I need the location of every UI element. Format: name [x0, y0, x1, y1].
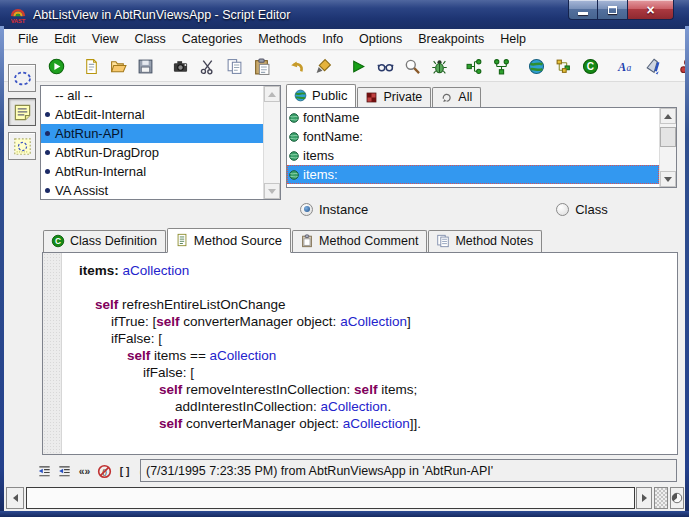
undo-icon: [288, 58, 305, 75]
radio-class[interactable]: Class: [556, 202, 608, 217]
menu-options[interactable]: Options: [351, 30, 410, 48]
method-item[interactable]: items: [287, 146, 659, 165]
scrollbar-track[interactable]: [660, 147, 676, 171]
do-it-button[interactable]: [348, 55, 368, 77]
category-item[interactable]: AbtEdit-Internal: [41, 105, 263, 124]
tab-method-comment[interactable]: Method Comment: [292, 230, 427, 252]
menu-breakpoints[interactable]: Breakpoints: [410, 30, 492, 48]
copy-button[interactable]: [224, 55, 244, 77]
category-item[interactable]: AbtRun-API: [41, 124, 263, 143]
edit-pen-button[interactable]: [313, 55, 333, 77]
busy-clock-button[interactable]: [670, 487, 684, 509]
category-item[interactable]: VA Assist: [41, 181, 263, 200]
class-browser-button[interactable]: C: [580, 55, 600, 77]
menu-view[interactable]: View: [84, 30, 127, 48]
tab-public[interactable]: Public: [286, 84, 356, 107]
method-source-editor[interactable]: items: aCollectionself refreshEntireList…: [63, 253, 677, 454]
search-button[interactable]: [402, 55, 422, 77]
open-button[interactable]: [108, 55, 128, 77]
save-button[interactable]: [135, 55, 155, 77]
execute-button[interactable]: [46, 55, 66, 77]
scrollbar-thumb[interactable]: [660, 127, 676, 147]
menu-info[interactable]: Info: [314, 30, 351, 48]
scrollbar-down-button[interactable]: [264, 183, 280, 199]
indent-lines-button[interactable]: [56, 462, 73, 480]
radio-label: Instance: [319, 202, 368, 217]
method-public-icon: [289, 113, 299, 123]
paste-button[interactable]: [251, 55, 271, 77]
scrollbar-up-button[interactable]: [264, 86, 280, 102]
new-script-button[interactable]: [81, 55, 101, 77]
methods-tree-button[interactable]: [464, 55, 484, 77]
close-button[interactable]: ×: [627, 0, 674, 20]
indent-lines-icon: [57, 464, 72, 479]
menu-help[interactable]: Help: [492, 30, 534, 48]
square-brackets-icon: [ ]: [117, 464, 132, 479]
scrollbar-down-button[interactable]: [660, 171, 676, 187]
guillemet-quotes-button[interactable]: «»: [76, 462, 93, 480]
screenshot-button[interactable]: [170, 55, 190, 77]
code-line: self removeInterestInCollection: self it…: [63, 381, 677, 398]
categories-list[interactable]: -- all --AbtEdit-InternalAbtRun-APIAbtRu…: [40, 85, 281, 200]
tab-all[interactable]: All: [432, 87, 481, 107]
cut-icon: [199, 58, 216, 75]
web-globe-button[interactable]: [526, 55, 546, 77]
square-brackets-button[interactable]: [ ]: [116, 462, 133, 480]
cut-button[interactable]: [197, 55, 217, 77]
script-editor-window: VAST AbtListView in AbtRunViewsApp - Scr…: [0, 0, 689, 517]
category-item[interactable]: AbtRun-DragDrop: [41, 143, 263, 162]
search-icon: [404, 58, 421, 75]
scroll-left-button[interactable]: [6, 487, 24, 509]
dither-toggle-button[interactable]: [654, 487, 668, 509]
maximize-button[interactable]: [598, 0, 627, 20]
web-globe-icon: [528, 58, 545, 75]
category-label: -- all --: [55, 88, 93, 103]
outdent-lines-icon: [37, 464, 52, 479]
outdent-lines-button[interactable]: [36, 462, 53, 480]
radio-instance[interactable]: Instance: [300, 202, 368, 217]
methods-list[interactable]: fontNamefontName:itemsitems:: [286, 107, 677, 188]
copy-icon: [226, 58, 243, 75]
composition-editor-button[interactable]: [8, 64, 36, 92]
scrollbar-up-button[interactable]: [660, 108, 676, 124]
minimize-button[interactable]: [568, 0, 598, 20]
method-item[interactable]: items:: [287, 165, 659, 184]
undo-button[interactable]: [286, 55, 306, 77]
scope-radio-group: InstanceClass: [300, 196, 670, 222]
do-it-icon: [350, 58, 367, 75]
browse-button[interactable]: [375, 55, 395, 77]
menu-methods[interactable]: Methods: [250, 30, 314, 48]
method-item[interactable]: fontName: [287, 108, 659, 127]
menu-class[interactable]: Class: [127, 30, 174, 48]
remove-parens-button[interactable]: (): [96, 462, 113, 480]
category-item[interactable]: -- all --: [41, 86, 263, 105]
fill-color-icon: [644, 58, 661, 75]
method-item[interactable]: fontName:: [287, 127, 659, 146]
scrollbar-track[interactable]: [264, 102, 280, 183]
menu-file[interactable]: File: [10, 30, 46, 48]
screenshot-icon: [172, 58, 189, 75]
vertical-scrollbar[interactable]: [263, 86, 280, 199]
parts-tree-icon: [555, 58, 572, 75]
parts-catalog-button[interactable]: [8, 132, 36, 160]
parts-tree-button[interactable]: [553, 55, 573, 77]
tab-private[interactable]: Private: [357, 87, 431, 107]
radio-button-icon: [300, 203, 313, 216]
tab-class-definition[interactable]: CClass Definition: [43, 230, 166, 252]
fill-color-button[interactable]: [642, 55, 662, 77]
titlebar[interactable]: VAST AbtListView in AbtRunViewsApp - Scr…: [0, 0, 689, 29]
script-editor-button[interactable]: [8, 98, 36, 126]
class-definition-icon: C: [51, 234, 65, 248]
font-button[interactable]: Aa: [615, 55, 635, 77]
category-item[interactable]: AbtRun-Internal: [41, 162, 263, 181]
bottom-text-field[interactable]: [26, 487, 635, 509]
tab-method-notes[interactable]: Method Notes: [428, 230, 542, 252]
tab-method-source[interactable]: Method Source: [167, 228, 291, 253]
menu-edit[interactable]: Edit: [46, 30, 84, 48]
debug-button[interactable]: [429, 55, 449, 77]
scroll-right-button[interactable]: [636, 487, 652, 509]
vertical-scrollbar[interactable]: [659, 108, 676, 187]
menu-categories[interactable]: Categories: [174, 30, 250, 48]
all-tab-icon: [440, 91, 453, 104]
hierarchy-tree-button[interactable]: [491, 55, 511, 77]
